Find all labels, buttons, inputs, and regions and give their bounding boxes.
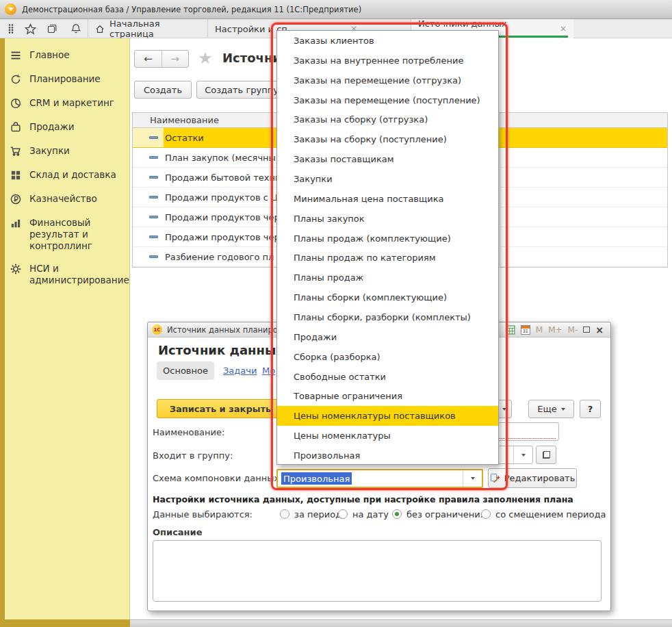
dropdown-item[interactable]: Заказы клиентов [277,31,498,51]
create-button[interactable]: Создать [134,81,192,99]
sidebar-item-label: Главное [29,49,69,61]
maximize-icon[interactable] [583,327,590,333]
dropdown-item[interactable]: Заказы поставщикам [277,149,498,169]
edit-button[interactable]: Редактировать [488,468,577,488]
sidebar-item-crm[interactable]: CRM и маркетинг [5,92,129,116]
calendar-day: 31 [523,329,528,334]
window-titlebar: Демонстрационная база / Управление торго… [0,0,672,19]
notifications-bell-icon[interactable] [68,21,84,36]
sidebar-item-admin[interactable]: НСИ и администрирование [5,257,125,292]
group-field-label: Входит в группу: [153,450,233,461]
dropdown-item[interactable]: Заказы на перемещение (поступление) [277,90,498,110]
dropdown-item[interactable]: Планы продаж [277,268,498,287]
m-minus-button[interactable]: М- [568,325,578,335]
cart-icon [10,145,22,157]
sidebar-item-finance[interactable]: Финансовый результат и контроллинг [5,212,125,257]
description-textarea[interactable] [153,540,602,602]
window-frame-bottom [0,619,130,627]
sidebar-item-label: Продажи [29,121,75,133]
favorites-star-icon[interactable] [22,21,38,36]
settings-heading: Настройки источника данных, доступные пр… [153,494,573,504]
schema-selected-value: Произвольная [281,472,352,485]
help-button-label: ? [588,404,593,414]
dropdown-item[interactable]: Планы сборки, разборки (комплекты) [277,307,498,327]
radio-icon [338,509,348,519]
create-group-button[interactable]: Создать группу [196,81,287,99]
tab-home[interactable]: Начальная страница [88,19,207,38]
row-label: Продажи продуктов с Ц [165,192,278,203]
dropdown-item[interactable]: Планы продаж по категориям [277,248,498,268]
save-and-close-button[interactable]: Записать и закрыть [157,399,284,418]
schema-dropdown-button[interactable] [463,470,482,487]
schema-combobox[interactable]: Произвольная [276,469,483,488]
save-and-close-label: Записать и закрыть [170,404,271,414]
sidebar-item-label: Финансовый результат и контроллинг [29,217,120,252]
dialog-window-buttons: 31 М М+ М- × [506,324,610,335]
help-button[interactable]: ? [580,400,601,418]
dropdown-item[interactable]: Произвольная [277,446,498,465]
dropdown-item[interactable]: Цены номенклатуры [277,426,498,446]
radio-label: за период [294,509,341,520]
dropdown-item[interactable]: Сборка (разборка) [277,347,498,367]
menu-icon [10,49,22,62]
dropdown-item[interactable]: Свободные остатки [277,367,498,387]
dropdown-item[interactable]: Заказы на внутреннее потребление [277,51,498,71]
more-button[interactable]: Еще [528,400,574,418]
item-dash-icon [149,216,158,218]
favorite-star-icon[interactable]: ★ [198,49,213,68]
1c-service-menu-icon[interactable] [5,3,16,15]
sidebar-item-sales[interactable]: Продажи [5,116,129,140]
dropdown-item[interactable]: Товарные ограничения [277,386,498,406]
dropdown-item[interactable]: Закупки [277,169,498,189]
group-open-button[interactable] [536,446,556,464]
radio-label: без ограничения [406,509,485,520]
open-window-icon [543,451,550,459]
dropdown-item[interactable]: Заказы на сборку (отгрузка) [277,110,498,129]
gear-icon [10,263,22,275]
radio-no-limit[interactable]: без ограничения [392,507,485,521]
chevron-down-icon [471,477,475,480]
description-label: Описание [153,527,203,537]
planning-icon [10,73,22,86]
schema-field-label: Схема компоновки данных: [153,473,283,483]
back-button[interactable]: ← [135,51,162,67]
radio-label: на дату [352,509,389,520]
radio-period[interactable]: за период [280,507,341,521]
apps-menu-icon[interactable] [3,21,19,36]
magic-wand-icon [490,473,500,483]
m-button[interactable]: М [536,325,543,335]
calculator-icon[interactable] [506,325,515,335]
dropdown-item[interactable]: Заказы на перемещение (отгрузка) [277,71,498,90]
dropdown-item[interactable]: Планы продаж (комплектующие) [277,229,498,248]
sidebar-item-treasury[interactable]: Казначейство [5,188,129,212]
dropdown-item[interactable]: Планы закупок [277,209,498,229]
dropdown-item-highlighted[interactable]: Цены номенклатуры поставщиков [277,406,498,426]
dropdown-item[interactable]: Минимальная цена поставщика [277,189,498,209]
home-icon [95,24,105,34]
row-label: Продажи продуктов чер [165,232,280,242]
sidebar-item-purchases[interactable]: Закупки [5,140,129,164]
history-icon[interactable] [44,21,60,36]
dialog-tab-my[interactable]: Мо [262,366,275,376]
list-form-title: Источни [222,51,281,65]
sidebar-item-warehouse[interactable]: Склад и доставка [5,164,129,188]
m-plus-button[interactable]: М+ [548,325,562,335]
calendar-icon[interactable]: 31 [521,325,530,335]
sidebar-item-main[interactable]: Главное [5,44,129,68]
sidebar-item-label: Планирование [29,73,101,85]
dialog-tab-tasks[interactable]: Задачи [223,366,257,376]
ruble-coin-icon [10,193,22,205]
sidebar-item-planning[interactable]: Планирование [5,68,129,92]
radio-date[interactable]: на дату [338,507,389,521]
dropdown-item[interactable]: Продажи [277,327,498,347]
dialog-close-icon[interactable]: × [595,324,604,335]
dropdown-item[interactable]: Планы сборки (комплектующие) [277,287,498,307]
dropdown-item[interactable]: Заказы на сборку (поступление) [277,129,498,149]
tab-sources-close-icon[interactable]: × [560,24,567,34]
status-bar [130,619,672,627]
boxes-grid-icon [10,169,22,181]
forward-button[interactable]: → [162,51,189,67]
group-dropdown-button[interactable] [513,446,532,463]
dialog-tab-main[interactable]: Основное [157,361,214,380]
radio-period-shift[interactable]: со смещением периода [481,507,606,521]
